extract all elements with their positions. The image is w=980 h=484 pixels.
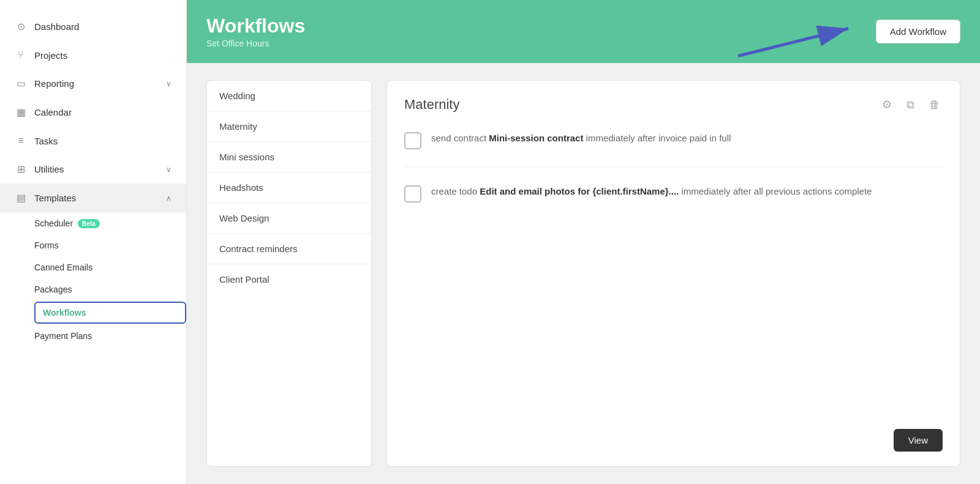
sidebar-label-dashboard: Dashboard [34,21,79,32]
content-area: Wedding Maternity Mini sessions Headshot… [187,63,980,484]
workflow-item-contract-reminders[interactable]: Contract reminders [207,234,371,264]
view-button[interactable]: View [894,429,943,452]
workflow-step-1: send contract Mini-session contract imme… [404,131,943,167]
sidebar-item-projects[interactable]: ⑂ Projects [0,41,186,69]
sidebar-item-utilities[interactable]: ⊞ Utilities ∨ [0,155,186,184]
templates-submenu: Scheduler Beta Forms Canned Emails Packa… [0,212,186,347]
sidebar-item-calendar[interactable]: ▦ Calendar [0,98,186,127]
payment-plans-label: Payment Plans [34,331,92,341]
step-1-text-bold: Mini-session contract [489,133,583,143]
header-subtitle: Set Office Hours [206,39,305,48]
sidebar-label-reporting: Reporting [34,78,74,89]
detail-action-icons: ⚙ ⧉ 🗑 [880,95,943,114]
delete-button[interactable]: 🗑 [927,95,943,114]
add-workflow-button[interactable]: Add Workflow [876,20,960,43]
step-1-text: send contract Mini-session contract imme… [431,131,731,146]
tasks-icon: ≡ [15,135,27,146]
step-2-text-after: immediately after all previous actions c… [679,186,872,196]
detail-header: Maternity ⚙ ⧉ 🗑 [404,95,943,114]
reporting-icon: ▭ [15,78,27,89]
workflow-item-web-design[interactable]: Web Design [207,203,371,234]
sidebar: ⊙ Dashboard ⑂ Projects ▭ Reporting ∨ ▦ C… [0,0,187,484]
sidebar-item-dashboard[interactable]: ⊙ Dashboard [0,12,186,41]
delete-icon: 🗑 [929,99,940,111]
utilities-chevron: ∨ [166,165,172,174]
settings-button[interactable]: ⚙ [880,95,894,114]
workflow-item-wedding[interactable]: Wedding [207,81,371,111]
workflow-step-2: create todo Edit and email photos for {c… [404,184,943,220]
canned-emails-label: Canned Emails [34,262,92,272]
templates-chevron: ∧ [166,194,172,203]
sidebar-item-canned-emails[interactable]: Canned Emails [34,256,186,278]
utilities-icon: ⊞ [15,163,27,175]
step-1-text-before: send contract [431,133,489,143]
step-2-checkbox[interactable] [404,185,421,203]
reporting-chevron: ∨ [166,80,172,88]
duplicate-icon: ⧉ [907,99,914,111]
scheduler-label: Scheduler [34,218,73,228]
step-1-checkbox[interactable] [404,132,421,149]
packages-label: Packages [34,285,72,294]
templates-icon: ▤ [15,192,27,204]
sidebar-label-projects: Projects [34,50,67,61]
calendar-icon: ▦ [15,106,27,118]
step-2-text-bold: Edit and email photos for {client.firstN… [480,186,679,196]
forms-label: Forms [34,240,59,250]
duplicate-button[interactable]: ⧉ [904,95,917,114]
sidebar-item-tasks[interactable]: ≡ Tasks [0,127,186,155]
workflow-item-client-portal[interactable]: Client Portal [207,264,371,294]
detail-panel: Maternity ⚙ ⧉ 🗑 send contract [386,80,960,467]
main-header-container: Workflows Set Office Hours Add Workflow [187,0,980,63]
sidebar-label-calendar: Calendar [34,107,72,117]
sidebar-item-workflows[interactable]: Workflows [34,302,186,324]
page-title: Workflows [206,15,305,37]
workflow-list: Wedding Maternity Mini sessions Headshot… [206,80,372,467]
workflow-item-maternity[interactable]: Maternity [207,111,371,142]
sidebar-label-templates: Templates [34,193,76,203]
sidebar-item-packages[interactable]: Packages [34,278,186,300]
workflows-label: Workflows [43,308,86,318]
sidebar-item-payment-plans[interactable]: Payment Plans [34,325,186,347]
step-2-text: create todo Edit and email photos for {c… [431,184,872,199]
detail-title: Maternity [404,97,459,113]
header-left: Workflows Set Office Hours [206,15,305,48]
settings-icon: ⚙ [882,99,892,111]
workflow-item-mini-sessions[interactable]: Mini sessions [207,142,371,173]
sidebar-label-utilities: Utilities [34,164,64,174]
main-header: Workflows Set Office Hours Add Workflow [187,0,980,63]
beta-badge: Beta [78,219,100,228]
step-2-text-before: create todo [431,186,480,196]
workflow-item-headshots[interactable]: Headshots [207,173,371,203]
sidebar-item-reporting[interactable]: ▭ Reporting ∨ [0,69,186,98]
sidebar-item-templates[interactable]: ▤ Templates ∧ [0,184,186,212]
sidebar-item-forms[interactable]: Forms [34,234,186,256]
projects-icon: ⑂ [15,50,27,61]
step-1-text-after: immediately after invoice paid in full [583,133,731,143]
dashboard-icon: ⊙ [15,21,27,32]
sidebar-label-tasks: Tasks [34,136,58,146]
sidebar-item-scheduler[interactable]: Scheduler Beta [34,212,186,234]
main-content: Workflows Set Office Hours Add Workflow … [187,0,980,484]
